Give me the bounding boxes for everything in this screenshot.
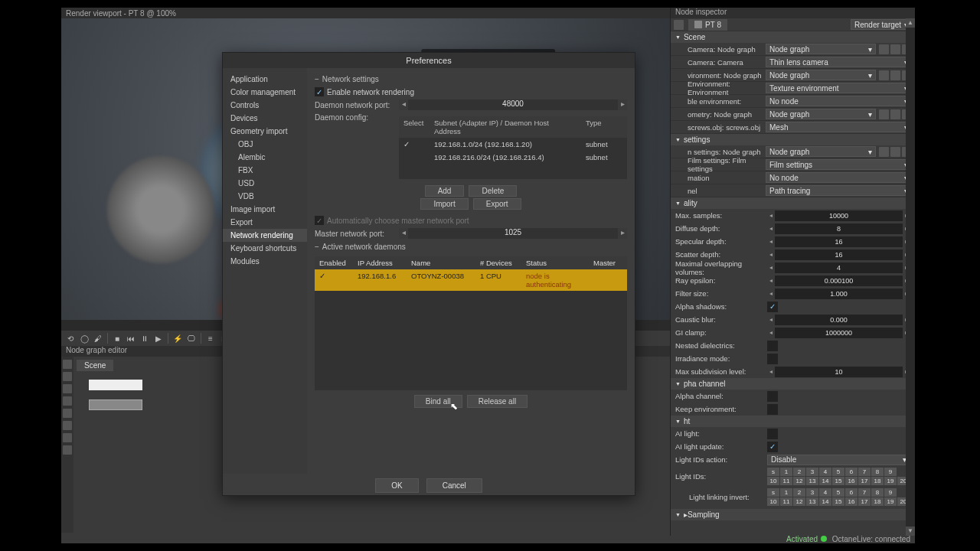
light-id-cell[interactable]: 5: [832, 468, 844, 476]
light-id-cell[interactable]: 19: [884, 497, 897, 506]
export-button[interactable]: Export: [473, 198, 521, 210]
node-block[interactable]: [89, 399, 142, 410]
light-id-cell[interactable]: 16: [845, 477, 858, 485]
scene-tab[interactable]: Scene: [77, 360, 113, 371]
nav-obj[interactable]: OBJ: [223, 138, 307, 151]
light-id-cell[interactable]: 17: [858, 477, 871, 485]
daemon-row[interactable]: ✓ 192.168.1.0/24 (192.168.1.20) subnet: [399, 138, 627, 151]
slider[interactable]: ◂10000▸: [767, 210, 910, 221]
checkbox[interactable]: ✓: [767, 302, 778, 312]
slider[interactable]: ◂16▸: [767, 236, 910, 247]
prop-dropdown[interactable]: Film settings▾: [766, 159, 912, 170]
daemon-row[interactable]: 192.168.216.0/24 (192.168.216.4) subnet: [399, 151, 627, 164]
tool-icon[interactable]: [63, 433, 72, 442]
slider[interactable]: ◂8▸: [767, 223, 910, 234]
settings-section[interactable]: settings: [671, 134, 915, 145]
quality-section[interactable]: ality: [671, 197, 915, 209]
slider[interactable]: ◂4▸: [767, 262, 910, 273]
picker-icon[interactable]: 🖌: [92, 332, 104, 344]
light-id-cell[interactable]: 11: [780, 477, 792, 485]
prop-dropdown[interactable]: Mesh▾: [766, 122, 912, 132]
slider[interactable]: ◂1000000▸: [767, 328, 910, 338]
render-target-dropdown[interactable]: Render target▾: [851, 19, 912, 30]
checkbox[interactable]: [767, 341, 778, 351]
light-action-dropdown[interactable]: Disable▾: [767, 455, 910, 465]
light-id-cell[interactable]: 6: [845, 488, 858, 497]
light-id-cell[interactable]: 18: [871, 477, 884, 485]
prop-dropdown[interactable]: Node graph▾: [766, 109, 876, 119]
bolt-icon[interactable]: ⚡: [172, 332, 184, 344]
release-all-button[interactable]: Release all: [467, 395, 528, 408]
layers-icon[interactable]: ≡: [204, 332, 217, 344]
prop-dropdown[interactable]: Node graph▾: [766, 44, 876, 54]
prop-dropdown[interactable]: No node▾: [766, 96, 912, 106]
light-id-cell[interactable]: 8: [871, 488, 884, 497]
light-id-cell[interactable]: 17: [858, 497, 871, 506]
active-daemon-row[interactable]: ✓ 192.168.1.6 OTOYNZ-00038 1 CPU node is…: [315, 269, 627, 291]
tool-icon[interactable]: [63, 445, 72, 455]
light-id-cell[interactable]: 3: [806, 488, 818, 497]
scene-section[interactable]: Scene: [671, 31, 915, 43]
nav-geometry-import[interactable]: Geometry import: [223, 125, 307, 138]
light-id-cell[interactable]: 1: [780, 488, 792, 497]
prop-dropdown[interactable]: Node graph▾: [766, 146, 876, 157]
scroll-up-icon[interactable]: ▲: [906, 18, 915, 28]
nav-image-import[interactable]: Image import: [223, 203, 307, 216]
tool-icon[interactable]: [63, 384, 72, 393]
light-id-cell[interactable]: 7: [858, 488, 871, 497]
play-icon[interactable]: ▶: [152, 332, 165, 344]
slider[interactable]: ◂16▸: [767, 249, 910, 260]
nav-color-management[interactable]: Color management: [223, 86, 307, 99]
prop-dropdown[interactable]: Path tracing▾: [766, 185, 912, 196]
light-id-cell[interactable]: 14: [819, 477, 831, 485]
light-id-cell[interactable]: 7: [858, 468, 871, 476]
network-settings-group[interactable]: Network settings: [315, 73, 627, 86]
cancel-button[interactable]: Cancel: [426, 478, 482, 493]
light-id-cell[interactable]: 13: [806, 497, 818, 506]
pin-icon[interactable]: [674, 20, 684, 30]
tool-icon[interactable]: [63, 372, 72, 381]
slider[interactable]: ◂0.000▸: [767, 315, 910, 325]
light-id-cell[interactable]: 10: [767, 497, 779, 506]
expand-icon[interactable]: [890, 147, 900, 157]
nav-export[interactable]: Export: [223, 216, 307, 229]
tool-icon[interactable]: [63, 421, 72, 430]
slider[interactable]: ◂10▸: [767, 367, 910, 377]
monitor-icon[interactable]: 🖵: [185, 332, 198, 344]
pause-icon[interactable]: ⏸: [139, 332, 151, 344]
nav-keyboard-shortcuts[interactable]: Keyboard shortcuts: [223, 242, 307, 255]
light-id-cell[interactable]: 9: [884, 468, 897, 476]
prop-dropdown[interactable]: No node▾: [766, 172, 912, 183]
prop-dropdown[interactable]: Thin lens camera▾: [766, 57, 912, 67]
light-id-cell[interactable]: 6: [845, 468, 858, 476]
master-port-field[interactable]: ◂1025▸: [399, 228, 627, 239]
reset-icon[interactable]: ⟲: [64, 332, 77, 344]
alpha-section[interactable]: pha channel: [671, 378, 915, 390]
node-icon[interactable]: [879, 70, 889, 80]
light-id-cell[interactable]: 12: [793, 497, 805, 506]
enable-network-checkbox[interactable]: ✓: [315, 87, 324, 96]
node-icon[interactable]: [879, 44, 889, 54]
import-button[interactable]: Import: [420, 198, 468, 210]
tool-icon[interactable]: [63, 409, 72, 418]
slider[interactable]: ◂0.000100▸: [767, 276, 910, 286]
ok-button[interactable]: OK: [375, 478, 418, 493]
expand-icon[interactable]: [890, 70, 900, 80]
nav-application[interactable]: Application: [223, 73, 307, 86]
inspector-scrollbar[interactable]: ▲ ▼: [906, 18, 915, 536]
slider[interactable]: ◂1.000▸: [767, 289, 910, 299]
checkbox[interactable]: [767, 404, 778, 415]
light-id-cell[interactable]: 2: [793, 468, 805, 476]
nav-vdb[interactable]: VDB: [223, 190, 307, 203]
light-id-cell[interactable]: 18: [871, 497, 884, 506]
light-id-cell[interactable]: 3: [806, 468, 818, 476]
nav-controls[interactable]: Controls: [223, 99, 307, 112]
add-button[interactable]: Add: [425, 185, 465, 197]
light-id-cell[interactable]: 9: [884, 488, 897, 497]
focus-icon[interactable]: ◯: [78, 332, 90, 344]
node-block[interactable]: [89, 380, 142, 390]
nav-devices[interactable]: Devices: [223, 112, 307, 125]
light-id-cell[interactable]: 16: [845, 497, 858, 506]
bind-all-button[interactable]: Bind all: [414, 395, 462, 408]
prop-dropdown[interactable]: Node graph▾: [766, 70, 876, 80]
